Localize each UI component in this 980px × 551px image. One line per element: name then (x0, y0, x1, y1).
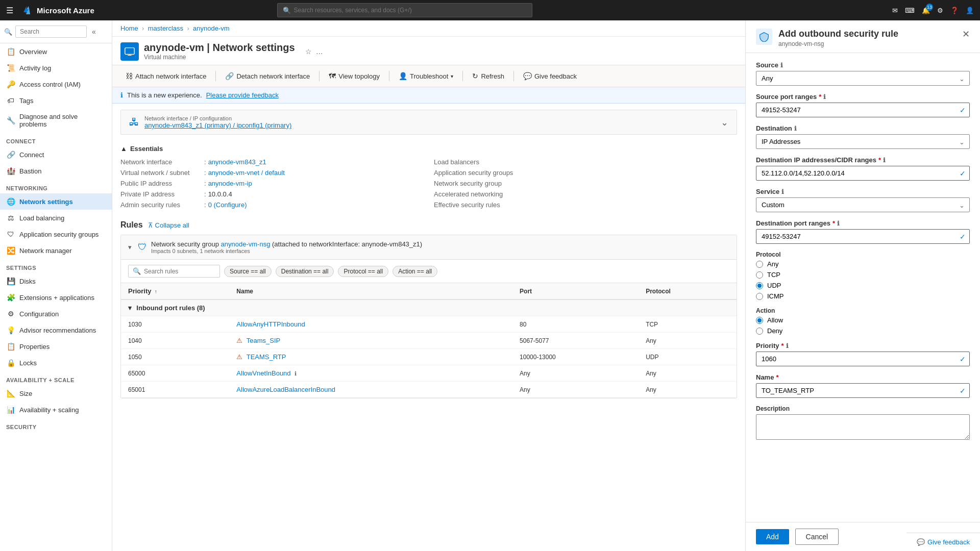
protocol-tcp-option[interactable]: TCP (756, 271, 970, 279)
cancel-button[interactable]: Cancel (795, 529, 839, 545)
col-port[interactable]: Port (512, 283, 639, 299)
name-input[interactable] (756, 383, 970, 398)
notification-icon[interactable]: 🔔 13 (922, 7, 930, 14)
sidebar-search-input[interactable] (15, 26, 87, 38)
service-select[interactable]: Custom HTTP HTTPS SSH RDP (756, 197, 970, 212)
refresh-button[interactable]: ↻ Refresh (467, 69, 509, 83)
action-allow-option[interactable]: Allow (756, 316, 970, 324)
rules-search-input[interactable] (144, 268, 215, 275)
sidebar-item-bastion[interactable]: 🏰 Bastion (0, 163, 112, 179)
protocol-udp-radio[interactable] (756, 282, 763, 289)
sidebar-item-availability-scaling[interactable]: 📊 Availability + scaling (0, 402, 112, 418)
nic-toggle-icon[interactable]: ⌄ (721, 117, 728, 128)
rules-search[interactable]: 🔍 (128, 265, 220, 278)
sidebar-item-iam[interactable]: 🔑 Access control (IAM) (0, 76, 112, 92)
sidebar-item-size[interactable]: 📐 Size (0, 385, 112, 402)
sidebar-item-overview[interactable]: 📋 Overview (0, 43, 112, 60)
topbar-search[interactable]: 🔍 (277, 3, 532, 17)
collapse-all-button[interactable]: ⊼ Collapse all (148, 221, 189, 229)
dest-port-input[interactable] (756, 229, 970, 244)
help-icon[interactable]: ❓ (950, 7, 959, 14)
attach-nic-button[interactable]: ⛓ Attach network interface (120, 69, 211, 83)
priority-input[interactable] (756, 352, 970, 366)
topbar-search-input[interactable] (294, 7, 527, 14)
protocol-tcp-radio[interactable] (756, 271, 763, 279)
col-priority[interactable]: Priority ↑ (121, 283, 229, 299)
user-icon[interactable]: 👤 (966, 7, 974, 14)
rule-link-1040[interactable]: Teams_SIP (247, 337, 280, 344)
sidebar-item-diagnose[interactable]: 🔧 Diagnose and solve problems (0, 109, 112, 132)
source-select[interactable]: Any IP Addresses Service Tag Application… (756, 71, 970, 86)
inbound-toggle-icon[interactable]: ▾ (128, 304, 132, 312)
sidebar-item-network-settings[interactable]: 🌐 Network settings (0, 193, 112, 210)
sidebar-item-connect[interactable]: 🔗 Connect (0, 146, 112, 163)
action-deny-radio[interactable] (756, 328, 763, 335)
nic-link[interactable]: anynode-vm843_z1 (208, 158, 266, 166)
detach-nic-button[interactable]: 🔗 Detach network interface (220, 69, 315, 83)
destination-select[interactable]: Any IP Addresses Service Tag Application… (756, 134, 970, 149)
destination-info-icon[interactable]: ℹ (794, 125, 797, 132)
rule-link-65001[interactable]: AllowAzureLoadBalancerInBound (236, 386, 335, 393)
source-port-input[interactable] (756, 103, 970, 117)
more-options-icon[interactable]: … (315, 46, 324, 57)
action-allow-radio[interactable] (756, 317, 763, 324)
view-topology-button[interactable]: 🗺 View topology (324, 69, 385, 83)
col-name[interactable]: Name (229, 283, 512, 299)
panel-close-button[interactable]: ✕ (962, 29, 970, 40)
breadcrumb-vm[interactable]: anynode-vm (193, 24, 230, 32)
protocol-icmp-option[interactable]: ICMP (756, 292, 970, 300)
admin-link[interactable]: 0 (Configure) (208, 201, 247, 209)
nic-name-link[interactable]: anynode-vm843_z1 (primary) / ipconfig1 (… (144, 121, 291, 129)
service-info-icon[interactable]: ℹ (781, 188, 784, 195)
essentials-header[interactable]: ▲ Essentials (120, 141, 737, 157)
give-feedback-toolbar-button[interactable]: 💬 Give feedback (518, 69, 582, 83)
action-deny-option[interactable]: Deny (756, 327, 970, 335)
sidebar-item-extensions[interactable]: 🧩 Extensions + applications (0, 289, 112, 306)
cloud-shell-icon[interactable]: ⌨ (905, 7, 915, 14)
settings-gear-icon[interactable]: ⚙ (937, 7, 943, 14)
breadcrumb-home[interactable]: Home (120, 24, 138, 32)
rule-link-65000[interactable]: AllowVnetInBound (236, 369, 290, 377)
sidebar-item-configuration[interactable]: ⚙ Configuration (0, 306, 112, 322)
dest-ip-info-icon[interactable]: ℹ (883, 157, 886, 164)
sidebar-item-activity-log[interactable]: 📜 Activity log (0, 60, 112, 76)
vnet-link[interactable]: anynode-vm-vnet / default (208, 169, 285, 177)
sidebar-item-asg[interactable]: 🛡 Application security groups (0, 226, 112, 242)
destination-filter-pill[interactable]: Destination == all (276, 266, 334, 277)
nsg-toggle-icon[interactable]: ▾ (128, 243, 132, 251)
protocol-any-option[interactable]: Any (756, 260, 970, 268)
protocol-filter-pill[interactable]: Protocol == all (338, 266, 388, 277)
sidebar-item-network-manager[interactable]: 🔀 Network manager (0, 242, 112, 259)
action-filter-pill[interactable]: Action == all (393, 266, 437, 277)
source-info-icon[interactable]: ℹ (780, 62, 783, 69)
protocol-icmp-radio[interactable] (756, 293, 763, 300)
col-protocol[interactable]: Protocol (639, 283, 737, 299)
sidebar-collapse-icon[interactable]: « (90, 28, 98, 36)
sidebar-item-tags[interactable]: 🏷 Tags (0, 92, 112, 109)
nsg-name-link[interactable]: anynode-vm-nsg (221, 240, 271, 248)
pubip-link[interactable]: anynode-vm-ip (208, 180, 252, 187)
priority-info-icon[interactable]: ℹ (786, 342, 789, 349)
email-icon[interactable]: ✉ (892, 7, 898, 14)
sidebar-item-locks[interactable]: 🔒 Locks (0, 355, 112, 371)
rule-link-1030[interactable]: AllowAnyHTTPInbound (236, 320, 305, 328)
source-filter-pill[interactable]: Source == all (224, 266, 272, 277)
hamburger-icon[interactable]: ☰ (6, 6, 13, 15)
dest-ip-input[interactable] (756, 166, 970, 181)
sidebar-item-advisor[interactable]: 💡 Advisor recommendations (0, 322, 112, 338)
give-feedback-bar[interactable]: 💬 Give feedback (906, 533, 980, 551)
protocol-udp-option[interactable]: UDP (756, 282, 970, 289)
info-feedback-link[interactable]: Please provide feedback (206, 91, 279, 99)
description-textarea[interactable] (756, 414, 970, 440)
sidebar-item-disks[interactable]: 💾 Disks (0, 273, 112, 289)
source-port-info-icon[interactable]: ℹ (823, 93, 826, 101)
favorite-icon[interactable]: ☆ (304, 46, 313, 57)
rule-link-1050[interactable]: TEAMS_RTP (247, 353, 286, 361)
sidebar-item-load-balancing[interactable]: ⚖ Load balancing (0, 210, 112, 226)
protocol-any-radio[interactable] (756, 261, 763, 268)
troubleshoot-button[interactable]: 👤 Troubleshoot ▾ (394, 69, 458, 83)
sidebar-item-properties[interactable]: 📋 Properties (0, 338, 112, 355)
breadcrumb-masterclass[interactable]: masterclass (148, 24, 183, 32)
dest-port-info-icon[interactable]: ℹ (837, 220, 840, 227)
add-button[interactable]: Add (756, 529, 789, 544)
